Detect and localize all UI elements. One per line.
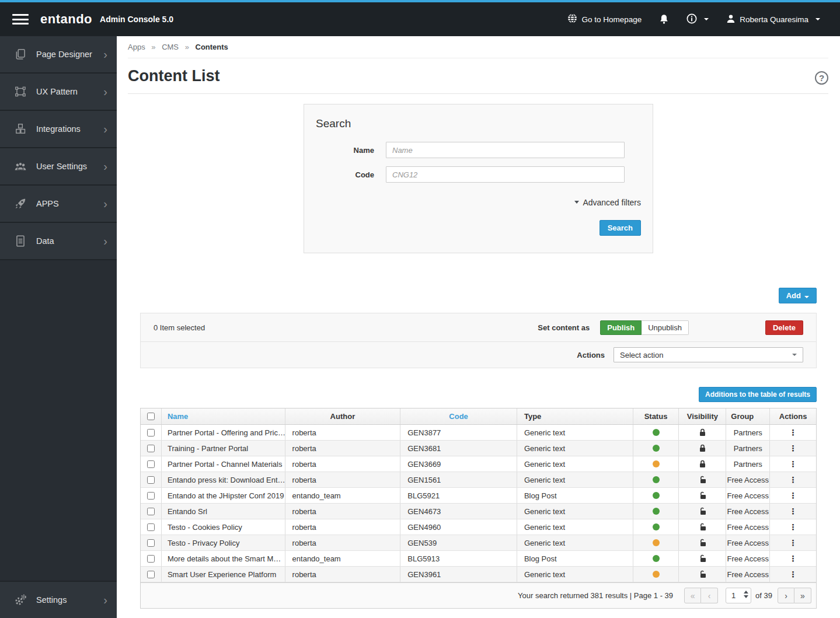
table-row: Testo - Privacy Policy roberta GEN539 Ge… bbox=[141, 535, 816, 551]
cell-name: Entando press kit: Download Ent… bbox=[162, 472, 285, 487]
pagination-next-button[interactable]: › bbox=[778, 588, 794, 603]
cell-code: GEN4673 bbox=[400, 504, 517, 519]
actions-select[interactable]: Select action bbox=[614, 347, 803, 362]
chevron-right-icon: › bbox=[103, 594, 107, 606]
bulk-action-panel: 0 Item selected Set content as Publish U… bbox=[140, 313, 817, 368]
hamburger-menu-icon[interactable] bbox=[12, 13, 30, 26]
row-checkbox[interactable] bbox=[147, 508, 155, 515]
lock-icon bbox=[699, 460, 706, 468]
add-button[interactable]: Add bbox=[779, 288, 817, 303]
row-actions-kebab-icon[interactable]: ⋮ bbox=[789, 476, 797, 484]
user-icon bbox=[726, 14, 736, 25]
advanced-filters-toggle[interactable]: Advanced filters bbox=[574, 198, 641, 207]
row-checkbox[interactable] bbox=[147, 571, 155, 578]
row-checkbox[interactable] bbox=[147, 555, 155, 563]
page-count-label: of 39 bbox=[755, 591, 772, 600]
chevron-right-icon: › bbox=[103, 123, 107, 135]
sort-by-code[interactable]: Code bbox=[449, 412, 468, 421]
row-checkbox[interactable] bbox=[147, 492, 155, 500]
status-dot bbox=[653, 429, 660, 436]
settings-gear-icon bbox=[14, 593, 28, 606]
additions-to-table-button[interactable]: Additions to the table of results bbox=[699, 387, 817, 402]
step-up-icon[interactable] bbox=[744, 591, 748, 593]
sidebar-item-page-designer[interactable]: Page Designer › bbox=[0, 36, 117, 74]
help-icon[interactable]: ? bbox=[815, 71, 828, 85]
row-checkbox[interactable] bbox=[147, 445, 155, 452]
sidebar-item-integrations[interactable]: Integrations › bbox=[0, 111, 117, 148]
row-actions-kebab-icon[interactable]: ⋮ bbox=[789, 523, 797, 531]
go-to-homepage-link[interactable]: Go to Homepage bbox=[562, 10, 647, 29]
user-menu[interactable]: Roberta Quaresima bbox=[720, 11, 826, 29]
cell-author: roberta bbox=[285, 567, 401, 582]
app-subtitle: Admin Console 5.0 bbox=[100, 15, 173, 24]
pagination-prev-button[interactable]: ‹ bbox=[701, 588, 718, 603]
cell-code: BLG5913 bbox=[400, 551, 517, 566]
cell-type: Generic text bbox=[517, 519, 633, 535]
table-row: Training - Partner Portal roberta GEN368… bbox=[141, 441, 816, 456]
status-dot bbox=[653, 571, 660, 578]
row-actions-kebab-icon[interactable]: ⋮ bbox=[789, 460, 797, 468]
cell-name: Training - Partner Portal bbox=[162, 441, 285, 456]
sort-by-name[interactable]: Name bbox=[168, 412, 188, 421]
pagination-last-button[interactable]: » bbox=[794, 588, 811, 603]
table-row: Testo - Cookies Policy roberta GEN4960 G… bbox=[141, 519, 816, 535]
breadcrumb-separator: » bbox=[185, 43, 189, 51]
unlock-icon bbox=[698, 491, 707, 500]
cell-author: roberta bbox=[285, 425, 401, 440]
actions-label: Actions bbox=[577, 351, 605, 359]
sidebar-item-ux-pattern[interactable]: UX Pattern › bbox=[0, 74, 117, 111]
status-dot bbox=[653, 460, 660, 467]
integrations-icon bbox=[14, 123, 28, 135]
row-actions-kebab-icon[interactable]: ⋮ bbox=[789, 491, 797, 500]
status-dot bbox=[653, 492, 660, 499]
unpublish-button[interactable]: Unpublish bbox=[642, 320, 689, 335]
header-group: Group bbox=[726, 408, 770, 424]
sidebar-item-data[interactable]: Data › bbox=[0, 223, 117, 260]
publish-button[interactable]: Publish bbox=[600, 320, 642, 335]
cell-type: Generic text bbox=[517, 456, 633, 472]
sidebar-item-apps[interactable]: APPS › bbox=[0, 186, 117, 223]
row-actions-kebab-icon[interactable]: ⋮ bbox=[789, 570, 797, 578]
row-actions-kebab-icon[interactable]: ⋮ bbox=[789, 507, 797, 515]
table-row: More details about the Smart M… entando_… bbox=[141, 551, 816, 567]
row-checkbox[interactable] bbox=[147, 523, 155, 531]
delete-button[interactable]: Delete bbox=[765, 320, 803, 335]
cell-name: Testo - Privacy Policy bbox=[162, 535, 285, 550]
chevron-down-icon bbox=[815, 18, 820, 20]
row-checkbox[interactable] bbox=[147, 460, 155, 468]
row-checkbox[interactable] bbox=[147, 476, 155, 484]
select-all-checkbox[interactable] bbox=[147, 413, 155, 420]
info-menu[interactable] bbox=[681, 10, 714, 29]
code-search-input[interactable] bbox=[386, 166, 625, 183]
row-actions-kebab-icon[interactable]: ⋮ bbox=[789, 554, 797, 563]
status-dot bbox=[653, 476, 660, 483]
search-button[interactable]: Search bbox=[599, 220, 641, 236]
sidebar-item-user-settings[interactable]: User Settings › bbox=[0, 148, 117, 186]
globe-icon bbox=[567, 13, 577, 25]
status-dot bbox=[653, 523, 660, 530]
cell-author: entando_team bbox=[285, 551, 401, 566]
breadcrumb-apps[interactable]: Apps bbox=[128, 43, 145, 51]
row-actions-kebab-icon[interactable]: ⋮ bbox=[789, 428, 797, 437]
cell-name: Partner Portal - Offering and Pric… bbox=[162, 425, 285, 440]
page-title: Content List bbox=[128, 67, 219, 85]
breadcrumb-cms[interactable]: CMS bbox=[162, 43, 179, 51]
table-row: Entando at the JHipster Conf 2019 entand… bbox=[141, 488, 816, 504]
step-down-icon[interactable] bbox=[744, 595, 748, 598]
row-checkbox[interactable] bbox=[147, 429, 155, 437]
notifications-bell-icon[interactable] bbox=[653, 11, 675, 28]
sidebar-item-settings[interactable]: Settings › bbox=[0, 581, 117, 618]
cell-code: GEN3961 bbox=[400, 567, 517, 582]
cell-author: roberta bbox=[285, 441, 401, 456]
pagination-first-button[interactable]: « bbox=[684, 588, 701, 603]
brand-logo: entando bbox=[40, 12, 92, 27]
page-stepper[interactable] bbox=[744, 591, 748, 598]
row-checkbox[interactable] bbox=[147, 539, 155, 547]
cell-code: GEN3669 bbox=[400, 456, 517, 472]
table-row: Entando Srl roberta GEN4673 Generic text… bbox=[141, 504, 816, 519]
name-search-input[interactable] bbox=[386, 142, 625, 158]
chevron-down-icon bbox=[704, 18, 709, 20]
row-actions-kebab-icon[interactable]: ⋮ bbox=[789, 539, 797, 547]
row-actions-kebab-icon[interactable]: ⋮ bbox=[789, 444, 797, 452]
divider bbox=[128, 58, 828, 58]
